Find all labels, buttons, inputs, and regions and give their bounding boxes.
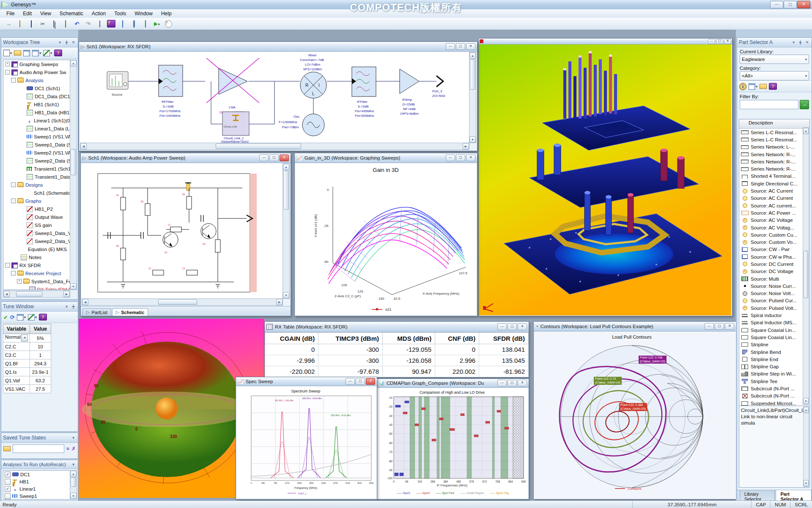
close-icon[interactable]: ✕: [71, 40, 76, 44]
part-item[interactable]: Source: Noise Curr...: [739, 282, 809, 290]
part-item[interactable]: Source: Custom Vo...: [739, 238, 809, 246]
view-grid-button[interactable]: ▾: [749, 83, 757, 90]
tree-item[interactable]: Sweep2 (VS1.VAC: [3, 149, 70, 157]
info-icon[interactable]: ℹ: [739, 83, 746, 90]
part-item[interactable]: Spiral Inductor (MS...: [739, 319, 809, 326]
maximize-button[interactable]: ▢: [456, 155, 465, 161]
close-button[interactable]: ✕: [518, 323, 527, 330]
open-state-icon[interactable]: [3, 446, 11, 451]
tree-item[interactable]: -Analysis: [3, 76, 70, 84]
tree-item[interactable]: Output Wave: [3, 213, 70, 221]
tree-item[interactable]: HB1_P2: [3, 205, 70, 213]
toolbar-button[interactable]: [15, 19, 25, 28]
rx-table-row[interactable]: -2.996-300-126.0582.996135.045: [265, 355, 529, 366]
tree-item[interactable]: HB1_Data (HB1): [3, 108, 70, 116]
panel-menu-icon[interactable]: ▾: [71, 462, 76, 467]
menu-item[interactable]: Edit: [19, 10, 36, 17]
part-item[interactable]: Stripline Step in Wi...: [739, 370, 809, 378]
tree-item[interactable]: Sweep1 (VS1.VAC: [3, 133, 70, 141]
tree-item[interactable]: Equation (E) MKS: [3, 245, 70, 253]
minimize-button[interactable]: —: [446, 155, 455, 161]
rx-schematic-vscrollbar[interactable]: ▲▼: [469, 52, 476, 143]
cdma-titlebar[interactable]: 📊 CDMAPlan Graph_Compare (Workspace: Dua…: [377, 379, 529, 388]
rx-schematic-hscrollbar[interactable]: ◀▶: [80, 143, 469, 150]
tree-item[interactable]: Linear1 (Sch1)(0 t: [3, 116, 70, 124]
delete-state-icon[interactable]: ✗: [71, 446, 76, 452]
part-item[interactable]: Source: AC Voltag...: [739, 224, 809, 231]
expand-toggle[interactable]: -: [11, 271, 16, 276]
part-item[interactable]: Stripline Gap: [739, 363, 809, 370]
filter-go-button[interactable]: →: [800, 100, 809, 109]
part-item[interactable]: Stripline: [739, 341, 809, 348]
category-select[interactable]: <All>▾: [740, 71, 809, 80]
part-item[interactable]: Source: CW w Pha...: [739, 253, 809, 260]
toolbar-button[interactable]: ↶: [72, 19, 82, 28]
properties-button[interactable]: [23, 50, 30, 56]
part-item[interactable]: Square Coaxial Lin...: [739, 334, 809, 341]
recalculate-button[interactable]: ⟳: [10, 314, 15, 320]
gain3d-titlebar[interactable]: 📈 Gain_in_3D (Workspace: Graphing Sweeps…: [295, 153, 477, 163]
toolbar-button[interactable]: ↷: [83, 19, 93, 28]
toolbar-button[interactable]: →: [3, 19, 14, 28]
analysis-item[interactable]: HB1: [3, 478, 70, 485]
part-item[interactable]: Single Directional C...: [739, 180, 809, 187]
part-item[interactable]: Subcircuit (N-Port ...: [739, 385, 809, 392]
tree-item[interactable]: +Graphing Sweeps: [3, 60, 70, 68]
maximize-button[interactable]: ▢: [716, 39, 723, 44]
close-button[interactable]: ✕: [466, 43, 475, 50]
panel-menu-icon[interactable]: ▾: [791, 40, 796, 44]
toolbar-button[interactable]: [60, 19, 71, 28]
minimize-button[interactable]: —: [497, 380, 507, 387]
audio-schematic-canvas[interactable]: R1R2R3R4C1C2C3Q1Q2: [82, 163, 283, 299]
rx-table-header[interactable]: CNF (dB): [435, 333, 479, 344]
maximize-button[interactable]: ▢: [715, 323, 724, 330]
part-item[interactable]: Shorted 4 Terminal...: [739, 173, 809, 180]
expand-toggle[interactable]: -: [11, 182, 16, 187]
minimize-button[interactable]: —: [446, 43, 455, 50]
tree-item[interactable]: Notes: [3, 253, 70, 261]
close-button[interactable]: ✕: [366, 378, 375, 385]
part-item[interactable]: Source: Multi: [739, 275, 809, 282]
audio-schematic-titlebar[interactable]: ▷ Sch1 (Workspace: Audio Amp Power Sweep…: [81, 153, 291, 163]
toolbar-button[interactable]: ?: [163, 19, 173, 28]
spec-sweep-window[interactable]: 📈 Spec Sweep —▢✕ Spectrum Sweep: [236, 377, 377, 500]
part-item[interactable]: Source: CW - Pwr: [739, 246, 809, 253]
description-column-header[interactable]: Description: [739, 119, 809, 129]
tree-item[interactable]: Linear1_Data (Lin: [3, 124, 70, 133]
spec-sweep-chart[interactable]: Spectrum Sweep: [237, 387, 375, 497]
help-book-icon[interactable]: ?: [54, 50, 62, 56]
tune-chart-button[interactable]: ▾: [28, 314, 37, 320]
panel-menu-icon[interactable]: ▾: [57, 40, 63, 44]
tree-item[interactable]: -RX SFDR: [3, 261, 70, 269]
toolbar-button[interactable]: [49, 19, 59, 28]
rx-schematic-window[interactable]: ▷ Sch1 (Workspace: RX SFDR) —▢✕: [79, 41, 477, 151]
rx-table-row[interactable]: -220.002-97.67890.947220.002-81.962: [265, 366, 529, 377]
rx-table-window[interactable]: RX Table (Workspace: RX SFDR) —▢✕ CGAIN …: [264, 321, 529, 378]
panel-menu-icon[interactable]: ▾: [64, 304, 69, 309]
open-button[interactable]: [14, 50, 21, 55]
filter-input[interactable]: [740, 100, 798, 109]
tree-item[interactable]: DC1 (Sch1): [3, 84, 70, 92]
tree-item[interactable]: DC1_Data (DC1): [3, 92, 70, 100]
dropdown-button[interactable]: ▾: [21, 334, 28, 342]
apply-button[interactable]: ✔: [3, 314, 8, 320]
part-item[interactable]: Square Coaxial Lin...: [739, 326, 809, 334]
close-button[interactable]: ✕: [518, 380, 527, 387]
tree-item[interactable]: -Designs: [3, 181, 70, 189]
tune-row[interactable]: ▾Q1.Vaf63.2: [3, 376, 51, 385]
toolbar-button[interactable]: [118, 19, 128, 28]
tree-item[interactable]: -Receiver Project: [3, 269, 70, 277]
schematic-view-tab[interactable]: ▷PartList: [82, 308, 111, 316]
analyses-vscrollbar[interactable]: ▲▼: [70, 470, 77, 500]
part-item[interactable]: Source: AC current...: [739, 202, 809, 209]
menu-item[interactable]: File: [3, 10, 18, 17]
maximize-button[interactable]: ▢: [456, 43, 465, 50]
maximize-button[interactable]: ▢: [508, 380, 517, 387]
part-item[interactable]: Series L-C Resonat...: [739, 136, 809, 143]
toolbar-button[interactable]: [140, 19, 151, 28]
spec-sweep-titlebar[interactable]: 📈 Spec Sweep —▢✕: [236, 377, 377, 386]
audio-hscrollbar[interactable]: ◀▶: [82, 298, 283, 306]
toolbar-button[interactable]: ▶: [152, 19, 162, 28]
tune-state-input[interactable]: [13, 444, 64, 453]
expand-toggle[interactable]: +: [17, 279, 22, 284]
